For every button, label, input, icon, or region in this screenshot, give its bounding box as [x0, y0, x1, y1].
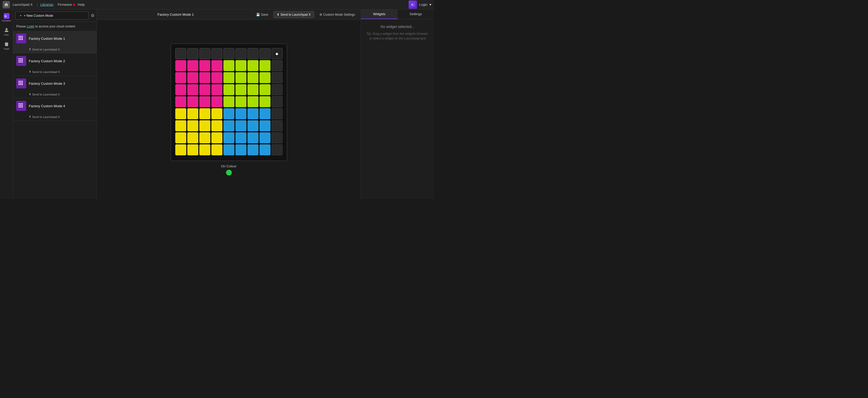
home-button[interactable] [3, 1, 10, 8]
grid-cell-r6-3[interactable] [199, 120, 210, 131]
grid-cell-r3-6[interactable] [236, 84, 246, 95]
grid-cell-r5-7[interactable] [247, 108, 258, 119]
grid-cell-r3-3[interactable] [199, 84, 210, 95]
grid-cell-r8-1[interactable] [175, 144, 186, 155]
sidebar-item-user[interactable]: User [1, 26, 12, 38]
grid-cell-r7-1[interactable] [175, 132, 186, 143]
grid-cell-r3-2[interactable] [187, 84, 198, 95]
grid-cell-r6-8[interactable] [259, 120, 271, 131]
mode-sub-2[interactable]: ⬆ Send to Launchpad X [13, 68, 96, 75]
grid-cell-r2-7[interactable] [247, 72, 258, 83]
grid-cell-r3-1[interactable] [175, 84, 186, 95]
grid-cell-top-1[interactable] [175, 48, 186, 59]
grid-cell-top-5[interactable] [223, 48, 235, 59]
nav-librarian[interactable]: Librarian [40, 3, 54, 6]
grid-cell-r2-1[interactable] [175, 72, 186, 83]
grid-cell-r6-4[interactable] [211, 120, 222, 131]
mode-item-3[interactable]: Factory Custom Mode 3 ⬆ Send to Launchpa… [13, 76, 96, 98]
grid-cell-r3-5[interactable] [223, 84, 235, 95]
grid-cell-r5-6[interactable] [236, 108, 246, 119]
on-colour-dot[interactable] [226, 170, 232, 175]
grid-cell-r1-9[interactable] [272, 60, 282, 71]
new-custom-mode-button[interactable]: ＋ + New Custom Mode [15, 11, 89, 20]
grid-cell-r7-9[interactable] [272, 132, 282, 143]
grid-cell-r5-2[interactable] [187, 108, 198, 119]
grid-cell-r1-4[interactable] [211, 60, 222, 71]
login-link[interactable]: Login [27, 25, 34, 28]
grid-cell-r3-4[interactable] [211, 84, 222, 95]
grid-cell-r7-3[interactable] [199, 132, 210, 143]
login-button[interactable]: Login [419, 3, 428, 6]
grid-cell-r2-9[interactable] [272, 72, 282, 83]
grid-cell-r8-4[interactable] [211, 144, 222, 155]
grid-cell-r2-5[interactable] [223, 72, 235, 83]
grid-cell-top-6[interactable] [236, 48, 246, 59]
nav-firmware[interactable]: Firmware [58, 3, 72, 6]
grid-cell-r8-3[interactable] [199, 144, 210, 155]
grid-cell-r6-7[interactable] [247, 120, 258, 131]
grid-cell-r1-8[interactable] [259, 60, 271, 71]
save-button[interactable]: 💾 Save [254, 12, 270, 18]
grid-cell-r1-5[interactable] [223, 60, 235, 71]
grid-cell-r1-3[interactable] [199, 60, 210, 71]
grid-cell-r7-5[interactable] [223, 132, 235, 143]
grid-cell-r3-7[interactable] [247, 84, 258, 95]
grid-cell-r2-2[interactable] [187, 72, 198, 83]
grid-cell-r6-6[interactable] [236, 120, 246, 131]
grid-cell-r5-3[interactable] [199, 108, 210, 119]
sidebar-item-novation[interactable]: N Novation [1, 11, 12, 24]
grid-cell-r2-8[interactable] [259, 72, 271, 83]
grid-cell-r4-7[interactable] [247, 96, 258, 107]
mode-sub-1[interactable]: ⬆ Send to Launchpad X [13, 46, 96, 53]
grid-cell-r2-6[interactable] [236, 72, 246, 83]
grid-cell-top-7[interactable] [247, 48, 258, 59]
grid-cell-r8-5[interactable] [223, 144, 235, 155]
grid-cell-r7-6[interactable] [236, 132, 246, 143]
tab-settings[interactable]: Settings [398, 9, 434, 19]
grid-cell-r8-7[interactable] [247, 144, 258, 155]
grid-cell-r6-5[interactable] [223, 120, 235, 131]
grid-cell-r1-2[interactable] [187, 60, 198, 71]
grid-cell-r5-8[interactable] [259, 108, 271, 119]
nav-help[interactable]: Help [78, 3, 85, 6]
grid-cell-r4-5[interactable] [223, 96, 235, 107]
grid-cell-r4-3[interactable] [199, 96, 210, 107]
sidebar-item-trash[interactable]: Trash [1, 40, 12, 52]
grid-cell-r1-1[interactable] [175, 60, 186, 71]
mode-sub-4[interactable]: ⬆ Send to Launchpad X [13, 113, 96, 121]
grid-cell-top-8[interactable] [259, 48, 271, 59]
mode-item-2[interactable]: Factory Custom Mode 2 ⬆ Send to Launchpa… [13, 53, 96, 76]
grid-cell-r5-4[interactable] [211, 108, 222, 119]
grid-cell-r2-3[interactable] [199, 72, 210, 83]
grid-cell-r6-1[interactable] [175, 120, 186, 131]
grid-cell-top-2[interactable] [187, 48, 198, 59]
grid-cell-r8-6[interactable] [236, 144, 246, 155]
grid-cell-r4-6[interactable] [236, 96, 246, 107]
grid-cell-r4-4[interactable] [211, 96, 222, 107]
grid-cell-r7-2[interactable] [187, 132, 198, 143]
mode-sub-3[interactable]: ⬆ Send to Launchpad X [13, 91, 96, 98]
grid-cell-r4-9[interactable] [272, 96, 282, 107]
mode-item-4[interactable]: Factory Custom Mode 4 ⬆ Send to Launchpa… [13, 98, 96, 121]
grid-cell-r5-1[interactable] [175, 108, 186, 119]
grid-cell-top-3[interactable] [199, 48, 210, 59]
grid-cell-r4-1[interactable] [175, 96, 186, 107]
grid-cell-r5-9[interactable] [272, 108, 282, 119]
tab-widgets[interactable]: Widgets [361, 9, 398, 19]
filter-icon[interactable]: ⚙ [91, 13, 94, 18]
grid-cell-r3-8[interactable] [259, 84, 271, 95]
grid-cell-r6-2[interactable] [187, 120, 198, 131]
grid-cell-r4-2[interactable] [187, 96, 198, 107]
grid-cell-r1-7[interactable] [247, 60, 258, 71]
grid-cell-top-4[interactable] [211, 48, 222, 59]
grid-cell-r7-7[interactable] [247, 132, 258, 143]
grid-cell-r7-8[interactable] [259, 132, 271, 143]
send-to-launchpad-button[interactable]: ⬆ Send to Launchpad X [273, 11, 314, 18]
grid-cell-r7-4[interactable] [211, 132, 222, 143]
grid-cell-r3-9[interactable] [272, 84, 282, 95]
mode-item-1[interactable]: Factory Custom Mode 1 ⬆ Send to Launchpa… [13, 31, 96, 53]
grid-cell-r8-2[interactable] [187, 144, 198, 155]
custom-mode-settings-button[interactable]: ⚙ Custom Mode Settings [317, 12, 357, 18]
grid-cell-r4-8[interactable] [259, 96, 271, 107]
grid-cell-r8-8[interactable] [259, 144, 271, 155]
